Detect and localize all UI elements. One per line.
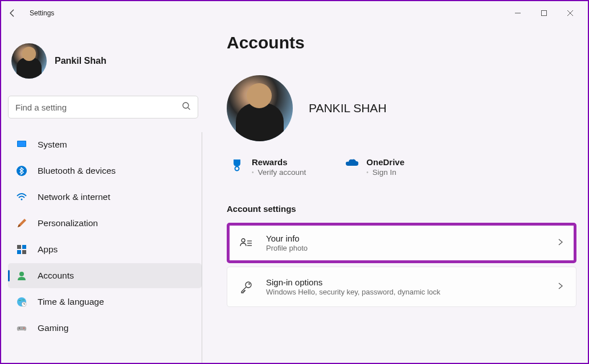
search-input[interactable] (15, 103, 182, 112)
gaming-icon (16, 322, 27, 334)
your-info-card[interactable]: Your info Profile photo (227, 223, 576, 263)
brush-icon (16, 218, 27, 229)
nav-label: System (38, 140, 67, 150)
user-name: Pankil Shah (55, 56, 107, 66)
bluetooth-icon (16, 165, 27, 177)
sidebar-item-gaming[interactable]: Gaming (8, 316, 202, 341)
rewards-sub: Verify account (252, 168, 306, 177)
profile-header: PANKIL SHAH (227, 75, 576, 141)
avatar (11, 43, 47, 79)
svg-point-18 (23, 328, 24, 329)
rewards-icon (230, 158, 244, 171)
svg-line-3 (188, 108, 190, 110)
maximize-button[interactable] (531, 4, 557, 22)
nav-label: Gaming (38, 323, 68, 333)
svg-rect-9 (22, 245, 26, 249)
sidebar: Pankil Shah System Bluetooth & devices N… (1, 25, 206, 363)
nav-label: Accounts (38, 271, 74, 281)
svg-point-24 (246, 282, 251, 288)
svg-point-20 (242, 239, 245, 242)
sidebar-item-apps[interactable]: Apps (8, 237, 202, 262)
nav-label: Apps (38, 244, 58, 255)
sidebar-item-time[interactable]: Time & language (8, 289, 202, 314)
your-info-title: Your info (266, 234, 544, 243)
apps-icon (16, 244, 27, 255)
svg-point-17 (19, 328, 20, 329)
svg-rect-8 (17, 245, 21, 249)
accounts-icon (16, 270, 27, 281)
user-profile[interactable]: Pankil Shah (8, 32, 202, 96)
svg-point-7 (21, 199, 23, 201)
rewards-card[interactable]: Rewards Verify account (230, 157, 306, 177)
nav-label: Bluetooth & devices (38, 166, 116, 176)
svg-point-12 (19, 272, 24, 276)
your-info-sub: Profile photo (266, 244, 544, 252)
back-button[interactable] (6, 6, 19, 20)
onedrive-icon (345, 158, 358, 171)
minimize-button[interactable] (505, 4, 531, 22)
onedrive-title: OneDrive (366, 157, 404, 167)
window-title: Settings (30, 9, 54, 17)
svg-rect-10 (17, 250, 21, 254)
signin-sub: Windows Hello, security key, password, d… (266, 288, 544, 296)
avatar-large[interactable] (227, 75, 293, 141)
content: Accounts PANKIL SHAH Rewards Verify acco… (206, 25, 588, 363)
your-info-icon (239, 236, 253, 251)
key-icon (239, 280, 253, 295)
sidebar-item-personalization[interactable]: Personalization (8, 211, 202, 236)
svg-rect-5 (18, 141, 26, 146)
sidebar-item-accounts[interactable]: Accounts (8, 263, 202, 288)
wifi-icon (16, 191, 27, 203)
svg-point-19 (235, 167, 239, 171)
system-icon (16, 139, 27, 150)
signin-options-card[interactable]: Sign-in options Windows Hello, security … (227, 267, 576, 307)
nav-label: Time & language (38, 297, 104, 307)
onedrive-sub: Sign In (366, 168, 404, 177)
svg-point-25 (248, 283, 250, 285)
nav-label: Network & internet (38, 192, 111, 202)
svg-rect-11 (22, 250, 26, 254)
globe-icon (16, 296, 27, 308)
svg-rect-1 (542, 11, 547, 16)
sidebar-item-system[interactable]: System (8, 132, 202, 157)
svg-point-2 (183, 103, 189, 108)
nav-label: Personalization (38, 218, 98, 228)
chevron-right-icon (557, 238, 565, 248)
chevron-right-icon (557, 282, 565, 292)
rewards-title: Rewards (252, 157, 306, 167)
search-icon (182, 101, 191, 113)
profile-name: PANKIL SHAH (309, 101, 387, 115)
onedrive-card[interactable]: OneDrive Sign In (345, 157, 404, 177)
search-box[interactable] (8, 96, 198, 118)
page-title: Accounts (227, 33, 576, 52)
titlebar: Settings (1, 1, 588, 25)
sidebar-item-network[interactable]: Network & internet (8, 185, 202, 210)
sidebar-item-bluetooth[interactable]: Bluetooth & devices (8, 158, 202, 183)
section-title: Account settings (227, 204, 576, 214)
close-button[interactable] (557, 4, 583, 22)
signin-title: Sign-in options (266, 277, 544, 287)
